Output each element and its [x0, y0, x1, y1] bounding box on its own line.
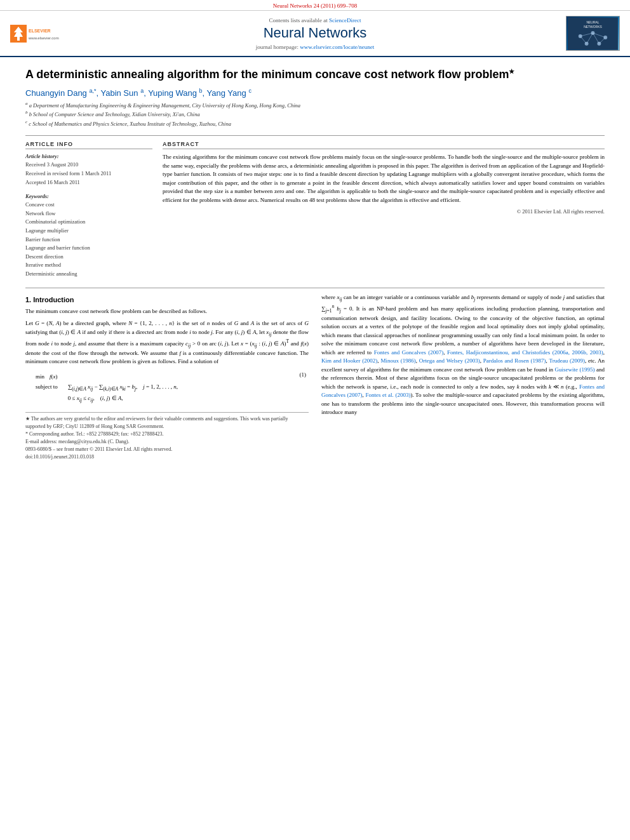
footnotes-section: ★ The authors are very grateful to the e… [25, 412, 309, 461]
keywords-section: Concave cost Network flow Combinatorial … [25, 201, 152, 278]
svg-text:www.elsevier.com: www.elsevier.com [28, 36, 59, 40]
svg-point-8 [591, 31, 595, 35]
article-info-title: ARTICLE INFO [25, 141, 152, 149]
article-history: Received 3 August 2010 Received in revis… [25, 161, 152, 187]
affiliation-a: a a Department of Manufacturing Engineer… [25, 102, 300, 109]
elsevier-logo-svg: ELSEVIER www.elsevier.com [10, 25, 61, 43]
formula-subjectto-row: subject to ∑(i,j)∈A xij − ∑(k,i)∈A xki =… [36, 382, 300, 405]
ref-ortega[interactable]: Ortega and Welsey (2003) [419, 357, 480, 364]
keyword-8: Iterative method [25, 261, 152, 270]
title-footnote-star: ★ [509, 68, 514, 75]
keyword-5: Barrier function [25, 236, 152, 244]
keyword-2: Network flow [25, 210, 152, 218]
elsevier-mark: ELSEVIER www.elsevier.com [10, 25, 61, 43]
keyword-1: Concave cost [25, 201, 152, 210]
elsevier-logo-area: ELSEVIER www.elsevier.com [10, 25, 74, 43]
keyword-6: Lagrange and barrier function [25, 244, 152, 253]
ref-fontes-hadjiconstantinou[interactable]: Fontes, Hadjiconstantinou, and Christofi… [447, 349, 603, 356]
formula-constraints: ∑(i,j)∈A xij − ∑(k,i)∈A xki = bj, j = 1,… [68, 382, 178, 405]
journal-header: ELSEVIER www.elsevier.com Contents lists… [0, 11, 630, 57]
authors-line: Chuangyin Dang a,*, Yabin Sun a, Yuping … [25, 87, 605, 97]
keywords-label: Keywords: [25, 193, 152, 199]
homepage-label: journal homepage: [256, 44, 298, 50]
sciencedirect-link[interactable]: ScienceDirect [329, 17, 361, 23]
doi-line: doi:10.1016/j.neunet.2011.03.018 [25, 453, 309, 461]
divider-2 [25, 288, 605, 288]
svg-text:NEURAL: NEURAL [587, 21, 600, 24]
homepage-url[interactable]: www.elsevier.com/locate/neunet [300, 44, 374, 50]
right-col-para-1: where xij can be an integer variable or … [321, 293, 605, 417]
intro-paragraph-1: The minimum concave cost network flow pr… [25, 307, 309, 316]
issn-line: 0893-6080/$ – see front matter © 2011 El… [25, 446, 309, 453]
svg-text:ELSEVIER: ELSEVIER [29, 29, 51, 33]
min-label: min [36, 371, 44, 382]
keyword-4: Lagrange multiplier [25, 227, 152, 236]
journal-title: Neural Networks [74, 25, 556, 41]
history-label: Article history: [25, 153, 152, 159]
keyword-7: Descent direction [25, 253, 152, 262]
journal-cover-thumbnail: NEURAL NETWORKS [566, 16, 620, 51]
ref-fontes-et-al[interactable]: Fontes et al. (2003) [365, 392, 410, 398]
svg-text:NETWORKS: NETWORKS [584, 25, 602, 29]
body-left-column: 1. Introduction The minimum concave cost… [25, 293, 309, 462]
article-info-column: ARTICLE INFO Article history: Received 3… [25, 141, 152, 278]
abstract-text: The existing algorithms for the minimum … [163, 153, 605, 204]
formula-number: (1) [300, 371, 309, 378]
keyword-9: Deterministic annealing [25, 270, 152, 279]
affiliations: a a Department of Manufacturing Engineer… [25, 100, 605, 128]
affiliation-b: b b School of Computer Science and Techn… [25, 111, 200, 117]
ref-guisewite[interactable]: Guisewite (1995) [555, 366, 595, 373]
keyword-3: Combinatorial optimization [25, 218, 152, 227]
footnote-star-text: ★ The authors are very grateful to the e… [25, 415, 309, 430]
paper-title: A deterministic annealing algorithm for … [25, 67, 605, 82]
abstract-title: ABSTRACT [163, 141, 605, 149]
body-two-columns: 1. Introduction The minimum concave cost… [25, 293, 605, 462]
contents-label: Contents lists available at [269, 17, 328, 23]
ref-trudeau[interactable]: Trudeau (2009) [549, 357, 585, 364]
ref-pardalos[interactable]: Pardalos and Rosen (1987) [483, 357, 546, 364]
formula-min-row: min f(x) [36, 371, 300, 382]
top-bar-text: Neural Networks 24 (2011) 699–708 [273, 3, 358, 9]
ref-fontes-2007[interactable]: Fontes and Goncalves (2007) [374, 349, 444, 356]
section1-title: 1. Introduction [25, 296, 309, 303]
intro-paragraph-2: Let G = (N, A) be a directed graph, wher… [25, 319, 309, 366]
divider-1 [25, 135, 605, 136]
ref-kim-hooker[interactable]: Kim and Hooker (2002) [321, 357, 377, 364]
cover-art: NEURAL NETWORKS [568, 17, 618, 50]
ref-minoux[interactable]: Minoux (1986) [380, 357, 415, 364]
affiliation-c: c c School of Mathematics and Physics Sc… [25, 121, 231, 127]
body-right-column: where xij can be an integer variable or … [321, 293, 605, 462]
formula-block-1: min f(x) subject to ∑(i,j)∈A xij − ∑(k,i… [36, 371, 309, 405]
constraint-bounds: 0 ≤ xij ≤ cij, (i, j) ∈ A, [68, 395, 123, 401]
article-info-abstract-section: ARTICLE INFO Article history: Received 3… [25, 141, 605, 278]
abstract-column: ABSTRACT The existing algorithms for the… [163, 141, 605, 278]
accepted-date: Accepted 16 March 2011 [25, 179, 80, 185]
min-expr: f(x) [50, 371, 58, 382]
constraint-sum: ∑(i,j)∈A xij − ∑(k,i)∈A xki = bj, j = 1,… [68, 383, 178, 390]
journal-header-right: NEURAL NETWORKS [556, 16, 620, 51]
received-revised-date: Received in revised form 1 March 2011 [25, 170, 111, 177]
paper-content: A deterministic annealing algorithm for … [0, 57, 630, 471]
formula-content: min f(x) subject to ∑(i,j)∈A xij − ∑(k,i… [36, 371, 300, 405]
subjectto-label: subject to [36, 382, 58, 405]
footnote-corresponding: * Corresponding author. Tel.: +852 27888… [25, 430, 309, 438]
footnote-email: E-mail address: mecdang@cityu.edu.hk (C.… [25, 438, 309, 446]
journal-header-center: Contents lists available at ScienceDirec… [74, 17, 556, 50]
authors-text: Chuangyin Dang a,*, Yabin Sun a, Yuping … [25, 88, 251, 98]
copyright-line: © 2011 Elsevier Ltd. All rights reserved… [163, 208, 605, 215]
top-bar: Neural Networks 24 (2011) 699–708 [0, 0, 630, 11]
received-date: Received 3 August 2010 [25, 161, 78, 168]
homepage-line: journal homepage: www.elsevier.com/locat… [74, 44, 556, 50]
contents-line: Contents lists available at ScienceDirec… [74, 17, 556, 23]
